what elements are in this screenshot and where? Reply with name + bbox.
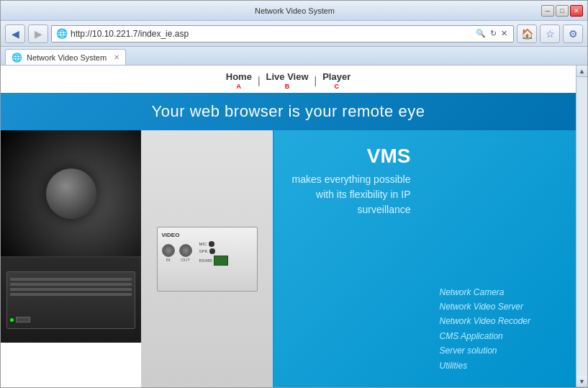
content-area: Home A | Live View B | Player C Your web… xyxy=(1,66,587,387)
dvr-panel xyxy=(1,256,141,343)
home-button[interactable]: 🏠 xyxy=(517,24,537,43)
camera-dome xyxy=(1,130,141,256)
product-item-5: Utilities xyxy=(440,358,562,373)
settings-button[interactable]: ⚙ xyxy=(563,24,583,43)
mic-jack xyxy=(209,241,214,247)
mic-group: MIC xyxy=(199,241,228,247)
product-item-2: Network Video Recoder xyxy=(440,314,562,328)
player-nav-item: Player C xyxy=(322,71,350,90)
title-bar: Network Video System ─ □ ✕ xyxy=(1,1,587,21)
vms-subtitle-line2: with its flexibility in IP surveillance xyxy=(316,189,410,215)
nav-label-b: B xyxy=(285,83,290,90)
vms-title: VMS xyxy=(289,145,411,168)
vms-subtitle-line1: makes everything possible xyxy=(292,173,411,185)
middle-image-area: VIDEO IN OUT xyxy=(141,130,274,387)
mic-label: MIC xyxy=(199,242,207,246)
left-panels xyxy=(1,130,141,387)
encoder-ports: IN OUT MIC xyxy=(162,241,253,266)
nav-sep-1: | xyxy=(258,75,261,86)
tab-label: Network Video System xyxy=(27,53,107,62)
scroll-up-button[interactable]: ▲ xyxy=(576,66,588,77)
spk-group: SPK xyxy=(199,248,228,254)
page-content: Home A | Live View B | Player C Your web… xyxy=(1,66,576,387)
bnc-in xyxy=(162,244,175,257)
product-item-1: Network Video Server xyxy=(440,299,562,314)
rs485-terminal xyxy=(214,256,228,266)
camera-panel xyxy=(1,130,141,256)
out-port-group: OUT xyxy=(179,244,192,262)
dvr-led xyxy=(10,318,14,322)
bnc-out xyxy=(179,244,192,257)
refresh-button[interactable]: ↻ xyxy=(489,29,498,38)
scrollbar-right: ▲ ▼ xyxy=(576,66,587,387)
dvr-slot-2 xyxy=(10,283,132,286)
browser-window: Network Video System ─ □ ✕ ◀ ▶ 🌐 http://… xyxy=(0,0,588,388)
hero-banner: Your web browser is your remote eye xyxy=(1,93,576,130)
address-bar-row: ◀ ▶ 🌐 http://10.10.221.7/index_ie.asp 🔍 … xyxy=(1,21,587,47)
dvr-slot-4 xyxy=(10,293,132,296)
spk-label: SPK xyxy=(199,249,208,253)
forward-button[interactable]: ▶ xyxy=(28,24,48,43)
main-grid: VIDEO IN OUT xyxy=(1,130,576,387)
encoder-image: VIDEO IN OUT xyxy=(141,130,273,387)
home-nav-item: Home A xyxy=(226,71,252,90)
search-button[interactable]: 🔍 xyxy=(474,29,487,38)
product-item-3: CMS Application xyxy=(440,329,562,343)
rs485-label: RS485 xyxy=(199,258,212,263)
out-label: OUT xyxy=(181,258,190,262)
player-link[interactable]: Player xyxy=(322,71,350,82)
live-view-nav-item: Live View B xyxy=(266,71,309,90)
in-port-group: IN xyxy=(162,244,175,262)
tab-bar: 🌐 Network Video System ✕ xyxy=(1,47,587,66)
dvr-drive xyxy=(16,317,30,322)
dvr-front xyxy=(10,317,132,322)
address-text: http://10.10.221.7/index_ie.asp xyxy=(71,29,471,39)
vms-subtitle: makes everything possible with its flexi… xyxy=(289,172,411,217)
product-item-0: Network Camera xyxy=(440,285,562,299)
small-ports: MIC SPK RS485 xyxy=(199,241,228,266)
active-tab[interactable]: 🌐 Network Video System ✕ xyxy=(5,49,126,65)
live-view-link[interactable]: Live View xyxy=(266,71,309,82)
nav-sep-2: | xyxy=(315,75,317,86)
dvr-slot-3 xyxy=(10,288,132,291)
minimize-button[interactable]: ─ xyxy=(541,5,554,17)
dvr-device xyxy=(1,258,141,343)
stop-button[interactable]: ✕ xyxy=(499,29,509,38)
dvr-slot-1 xyxy=(10,278,132,281)
back-button[interactable]: ◀ xyxy=(5,24,25,43)
window-controls: ─ □ ✕ xyxy=(541,5,583,17)
home-link[interactable]: Home xyxy=(226,71,252,82)
tab-favicon: 🌐 xyxy=(12,53,22,63)
close-button[interactable]: ✕ xyxy=(570,5,583,17)
in-label: IN xyxy=(166,258,171,262)
video-label: VIDEO xyxy=(162,232,253,238)
spk-jack xyxy=(209,248,215,254)
dome-lens xyxy=(46,168,96,219)
right-content: VMS makes everything possible with its f… xyxy=(274,130,576,387)
window-title: Network Video System xyxy=(48,6,541,15)
favorites-button[interactable]: ☆ xyxy=(540,24,560,43)
vms-panel: VMS makes everything possible with its f… xyxy=(274,130,425,387)
maximize-button[interactable]: □ xyxy=(556,5,569,17)
scroll-down-button[interactable]: ▼ xyxy=(576,376,588,387)
product-item-4: Server solution xyxy=(440,343,562,358)
nav-label-a: A xyxy=(237,83,242,90)
encoder-body: VIDEO IN OUT xyxy=(157,227,258,292)
dvr-body xyxy=(6,271,135,329)
address-icon: 🌐 xyxy=(56,28,68,39)
nav-label-c: C xyxy=(334,83,339,90)
dvr-slots xyxy=(10,278,132,296)
product-list: Network Camera Network Video Server Netw… xyxy=(425,130,576,387)
rs485-group: RS485 xyxy=(199,256,228,266)
address-actions: 🔍 ↻ ✕ xyxy=(474,29,509,38)
page-nav: Home A | Live View B | Player C xyxy=(1,66,576,93)
tab-close-button[interactable]: ✕ xyxy=(114,53,119,61)
address-bar[interactable]: 🌐 http://10.10.221.7/index_ie.asp 🔍 ↻ ✕ xyxy=(51,25,514,42)
hero-text: Your web browser is your remote eye xyxy=(152,102,425,121)
